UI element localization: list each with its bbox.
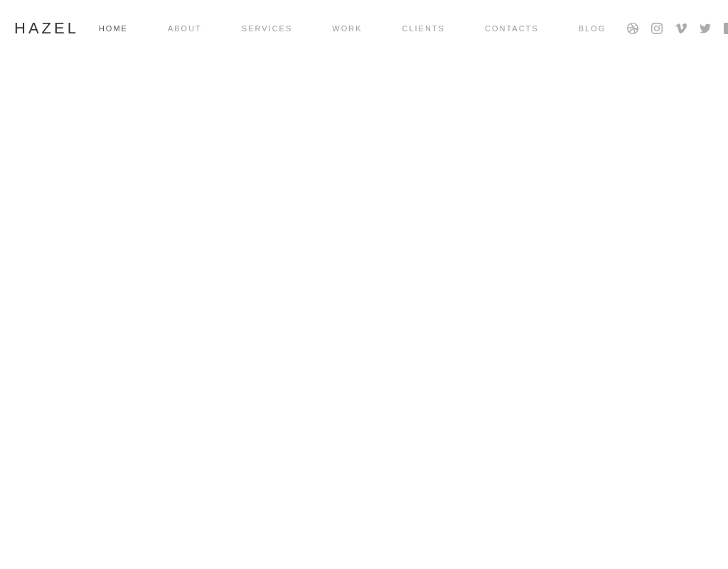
facebook-icon[interactable] <box>722 21 728 36</box>
instagram-icon[interactable] <box>650 21 664 36</box>
social-icons-container <box>626 21 728 36</box>
nav-about[interactable]: ABOUT <box>148 24 222 33</box>
main-nav: HOME ABOUT SERVICES WORK CLIENTS CONTACT… <box>79 24 626 33</box>
nav-services[interactable]: SERVICES <box>222 24 312 33</box>
nav-clients[interactable]: CLIENTS <box>382 24 465 33</box>
nav-contacts[interactable]: CONTACTS <box>465 24 559 33</box>
nav-home[interactable]: HOME <box>79 24 148 33</box>
twitter-icon[interactable] <box>698 21 712 36</box>
nav-blog[interactable]: BLOG <box>559 24 626 33</box>
vimeo-icon[interactable] <box>674 21 688 36</box>
main-content <box>0 56 728 569</box>
dribbble-icon[interactable] <box>626 21 640 36</box>
site-header: HAZEL HOME ABOUT SERVICES WORK CLIENTS C… <box>0 0 728 56</box>
site-logo[interactable]: HAZEL <box>14 19 79 38</box>
nav-work[interactable]: WORK <box>312 24 382 33</box>
